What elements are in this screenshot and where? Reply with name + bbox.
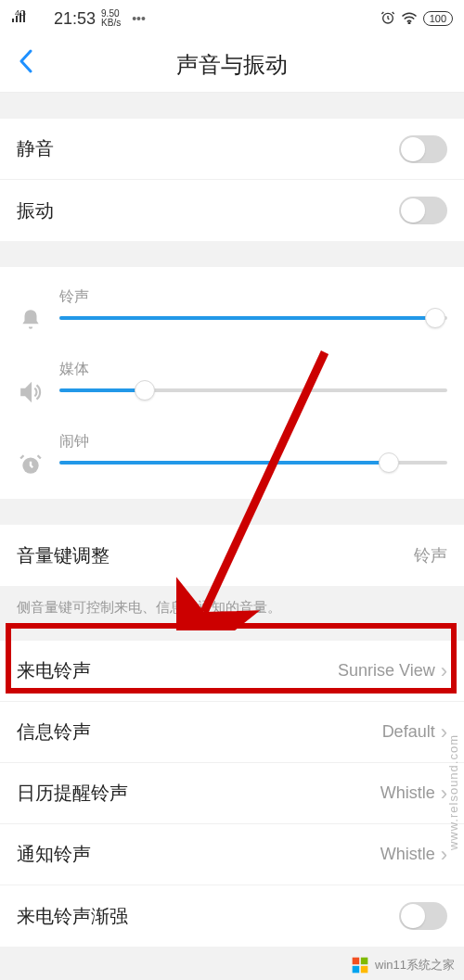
svg-rect-6	[353, 966, 360, 974]
row-calendar-ringtone[interactable]: 日历提醒铃声 Whistle ›	[0, 763, 464, 824]
svg-rect-4	[353, 958, 360, 965]
fade-in-label: 来电铃声渐强	[17, 904, 128, 929]
media-slider-label: 媒体	[59, 360, 447, 379]
vibrate-toggle[interactable]	[399, 197, 447, 224]
wifi-icon	[401, 11, 418, 27]
silent-label: 静音	[17, 136, 54, 161]
row-vibrate[interactable]: 振动	[0, 180, 464, 241]
media-slider[interactable]	[59, 388, 447, 392]
section-volume-key: 音量键调整 铃声	[0, 525, 464, 586]
row-notification-ringtone[interactable]: 通知铃声 Whistle ›	[0, 824, 464, 885]
status-right: 100	[380, 10, 453, 28]
page-title: 声音与振动	[0, 50, 464, 80]
notification-ringtone-label: 通知铃声	[17, 842, 91, 867]
call-ringtone-value: Sunrise View ›	[338, 659, 447, 683]
fade-in-toggle[interactable]	[399, 902, 447, 930]
volume-key-helper: 侧音量键可控制来电、信息和通知的音量。	[0, 586, 464, 633]
vibrate-label: 振动	[17, 198, 54, 223]
alarm-slider[interactable]	[59, 461, 447, 465]
watermark-bottom: win11系统之家	[351, 956, 455, 974]
bell-icon	[17, 306, 45, 334]
network-speed: 9.50 KB/s	[101, 9, 121, 28]
section-toggles: 静音 振动	[0, 119, 464, 241]
row-call-ringtone[interactable]: 来电铃声 Sunrise View ›	[0, 641, 464, 702]
status-bar: 4G 21:53 9.50 KB/s ••• 100	[0, 0, 464, 37]
slider-row-alarm: 闹钟	[17, 432, 447, 478]
message-ringtone-label: 信息铃声	[17, 719, 91, 745]
battery-indicator: 100	[423, 11, 453, 26]
calendar-ringtone-label: 日历提醒铃声	[17, 781, 128, 806]
volume-key-value: 铃声	[414, 544, 447, 566]
alarm-icon	[380, 10, 395, 28]
signal-4g: 4G	[15, 8, 26, 18]
section-sliders: 铃声 媒体 闹钟	[0, 267, 464, 499]
more-icon: •••	[132, 11, 146, 26]
slider-row-ringtone: 铃声	[17, 287, 447, 334]
silent-toggle[interactable]	[399, 135, 447, 163]
alarm-slider-label: 闹钟	[59, 432, 447, 452]
message-ringtone-value: Default ›	[382, 720, 447, 745]
call-ringtone-label: 来电铃声	[17, 658, 91, 683]
row-message-ringtone[interactable]: 信息铃声 Default ›	[0, 702, 464, 763]
svg-point-1	[408, 22, 410, 24]
notification-ringtone-value: Whistle ›	[380, 843, 447, 867]
status-time: 21:53	[54, 9, 96, 29]
svg-rect-5	[361, 958, 368, 965]
row-silent[interactable]: 静音	[0, 119, 464, 180]
calendar-ringtone-value: Whistle ›	[380, 782, 447, 806]
chevron-right-icon: ›	[441, 659, 447, 683]
clock-icon	[17, 451, 45, 478]
ringtone-slider-label: 铃声	[59, 287, 447, 307]
watermark-side: www.relsound.com	[446, 734, 460, 850]
volume-key-label: 音量键调整	[17, 543, 110, 568]
back-button[interactable]	[11, 42, 41, 87]
slider-row-media: 媒体	[17, 360, 447, 406]
section-ringtones: 来电铃声 Sunrise View › 信息铃声 Default › 日历提醒铃…	[0, 641, 464, 947]
ringtone-slider[interactable]	[59, 316, 447, 320]
speaker-icon	[17, 378, 45, 406]
header: 声音与振动	[0, 37, 464, 93]
row-volume-key[interactable]: 音量键调整 铃声	[0, 525, 464, 586]
svg-rect-7	[361, 966, 368, 974]
row-fade-in[interactable]: 来电铃声渐强	[0, 885, 464, 947]
status-left: 4G 21:53 9.50 KB/s •••	[11, 9, 146, 29]
watermark-logo-icon	[351, 956, 369, 974]
